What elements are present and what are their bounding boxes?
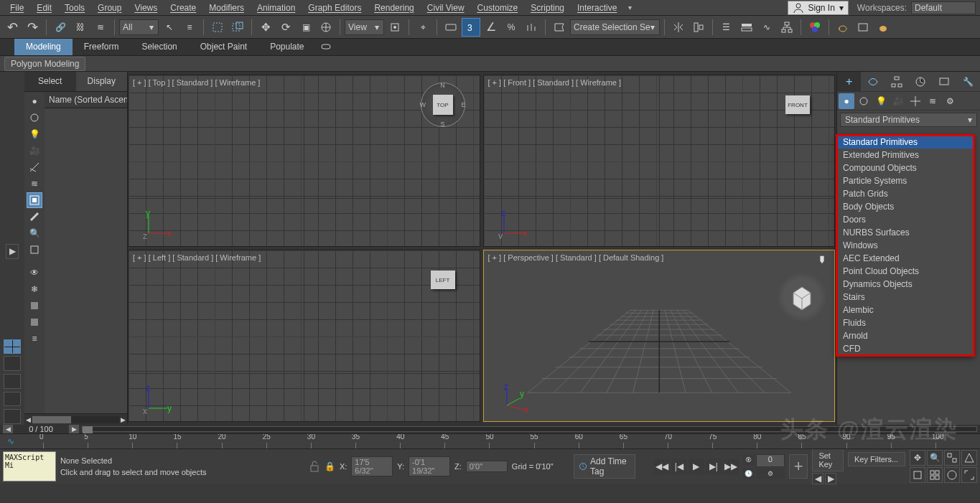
tab-select[interactable]: Select [24, 72, 76, 91]
menu-animation[interactable]: Animation [251, 1, 301, 14]
category-geometry[interactable]: ● [839, 93, 854, 109]
render-setup-button[interactable] [834, 18, 852, 37]
view-cube[interactable]: NESW TOP [421, 83, 465, 127]
column-header-name[interactable]: Name (Sorted Ascending) [45, 92, 127, 108]
tab-display[interactable] [933, 72, 956, 91]
region-rect-button[interactable] [208, 18, 227, 37]
dropdown-item-windows[interactable]: Windows [837, 239, 974, 252]
timeline-next-button[interactable]: ▶ [69, 425, 79, 433]
ribbon-overflow[interactable] [316, 39, 336, 55]
category-shapes[interactable] [856, 93, 872, 109]
filter-frozen-button[interactable] [27, 242, 42, 258]
selection-lock-button[interactable] [309, 460, 320, 473]
workspace-input[interactable] [911, 1, 976, 14]
filter-helpers-button[interactable] [27, 159, 42, 175]
menu-interactive[interactable]: Interactive [571, 1, 622, 14]
category-spacewarps[interactable]: ≋ [925, 93, 941, 109]
maxscript-mini-listener[interactable]: MAXScript Mi [3, 451, 56, 481]
filter-groups-button[interactable] [27, 192, 42, 208]
ribbon-tab-objectpaint[interactable]: Object Paint [189, 39, 258, 55]
dropdown-item-cfd[interactable]: CFD [837, 342, 974, 355]
filter-containers-button[interactable]: 🔍 [27, 225, 42, 241]
time-config-extra[interactable]: ⚙ [756, 468, 785, 479]
mirror-button[interactable] [669, 18, 688, 37]
selection-set-button[interactable] [27, 298, 42, 314]
zoom-all-button[interactable] [944, 450, 960, 466]
viewport-top[interactable]: [ + ] [ Top ] [ Standard ] [ Wireframe ]… [128, 75, 480, 247]
ribbon-tab-freeform[interactable]: Freeform [73, 39, 131, 55]
ref-coord-dropdown[interactable]: View ▾ [345, 19, 384, 35]
scene-explorer-list[interactable]: Name (Sorted Ascending) [45, 92, 127, 413]
next-frame-button[interactable]: ▶| [706, 459, 722, 474]
tab-utilities[interactable]: 🔧 [956, 72, 980, 91]
ribbon-tab-modeling[interactable]: Modeling [14, 39, 73, 55]
menu-group[interactable]: Group [92, 1, 127, 14]
view-cube[interactable]: LEFT [421, 258, 465, 302]
viewport-front[interactable]: [ + ] [ Front ] [ Standard ] [ Wireframe… [483, 75, 836, 247]
render-production-button[interactable] [874, 18, 892, 37]
menu-grapheditors[interactable]: Graph Editors [302, 1, 367, 14]
menu-edit[interactable]: Edit [31, 1, 57, 14]
filter-spacewarps-button[interactable]: ≋ [27, 176, 42, 192]
menu-tools[interactable]: Tools [59, 1, 90, 14]
category-helpers[interactable] [907, 93, 923, 109]
undo-button[interactable]: ↶ [3, 18, 22, 37]
scroll-left-button[interactable]: ◀ [26, 416, 31, 423]
tab-create[interactable]: + [837, 72, 861, 91]
zoom-extents-all-button[interactable] [927, 467, 943, 483]
pivot-center-button[interactable] [386, 18, 404, 37]
window-crossing-button[interactable] [228, 18, 247, 37]
viewport-label[interactable]: [ + ] [ Top ] [ Standard ] [ Wireframe ] [133, 78, 260, 87]
filter-lights-button[interactable]: 💡 [27, 126, 42, 142]
tab-hierarchy[interactable] [885, 72, 908, 91]
menu-views[interactable]: Views [129, 1, 163, 14]
list-view-button[interactable]: ≡ [27, 331, 42, 347]
ribbon-tab-populate[interactable]: Populate [258, 39, 315, 55]
select-scale-button[interactable]: ▣ [297, 18, 315, 37]
key-next-button[interactable]: ▶ [825, 473, 836, 484]
view-cube[interactable] [777, 272, 827, 322]
tab-display[interactable]: Display [76, 72, 128, 91]
isolate-selection-button[interactable]: 🔒 [325, 460, 335, 473]
play-button[interactable]: ▶ [689, 459, 704, 474]
ribbon-panel-polygon-modeling[interactable]: Polygon Modeling [4, 57, 85, 71]
viewport-label[interactable]: [ + ] [ Left ] [ Standard ] [ Wireframe … [133, 253, 261, 262]
key-prev-button[interactable]: ◀ [812, 473, 823, 484]
pan-view-button[interactable]: ✥ [910, 450, 925, 466]
dropdown-item-fluids[interactable]: Fluids [837, 316, 974, 329]
dropdown-item-doors[interactable]: Doors [837, 213, 974, 226]
object-type-dropdown[interactable]: Standard Primitives ▾ [840, 113, 977, 127]
dropdown-item-point-cloud[interactable]: Point Cloud Objects [837, 265, 974, 278]
filter-geometry-button[interactable]: ● [27, 93, 42, 109]
dropdown-item-standard-primitives[interactable]: Standard Primitives [837, 136, 974, 149]
zoom-view-button[interactable]: 🔍 [927, 450, 943, 466]
spinner-snap-button[interactable] [522, 18, 541, 37]
time-slider-thumb[interactable] [83, 426, 93, 433]
tab-modify[interactable] [861, 72, 885, 91]
dropdown-item-body-objects[interactable]: Body Objects [837, 200, 974, 213]
display-all-button[interactable]: 👁 [27, 265, 42, 281]
curve-editor-button[interactable]: ∿ [757, 18, 776, 37]
keyboard-shortcut-toggle[interactable] [442, 18, 460, 37]
align-button[interactable] [689, 18, 708, 37]
menu-rendering[interactable]: Rendering [368, 1, 419, 14]
view-cube[interactable]: FRONT [775, 83, 820, 127]
tab-motion[interactable] [909, 72, 933, 91]
dropdown-item-particle-systems[interactable]: Particle Systems [837, 174, 974, 187]
coord-x-value[interactable]: 17'5 6/32" [351, 456, 393, 476]
viewport-layout-button[interactable] [4, 339, 21, 354]
maximize-viewport-button[interactable] [961, 467, 977, 483]
toggle-ribbon-button[interactable] [737, 18, 756, 37]
menu-customize[interactable]: Customize [472, 1, 524, 14]
menu-modifiers[interactable]: Modifiers [203, 1, 250, 14]
menu-scripting[interactable]: Scripting [525, 1, 570, 14]
key-filters-button[interactable]: Key Filters... [848, 452, 905, 466]
select-by-name-button[interactable]: ≡ [180, 18, 199, 37]
layout-preset-2[interactable] [4, 374, 21, 389]
layout-preset-3[interactable] [4, 392, 21, 407]
selection-filter-dropdown[interactable]: All ▾ [119, 19, 159, 35]
time-slider-track[interactable] [82, 426, 977, 432]
material-editor-button[interactable] [806, 18, 824, 37]
coord-z-value[interactable]: 0'0" [466, 461, 508, 472]
redo-button[interactable]: ↷ [23, 18, 42, 37]
